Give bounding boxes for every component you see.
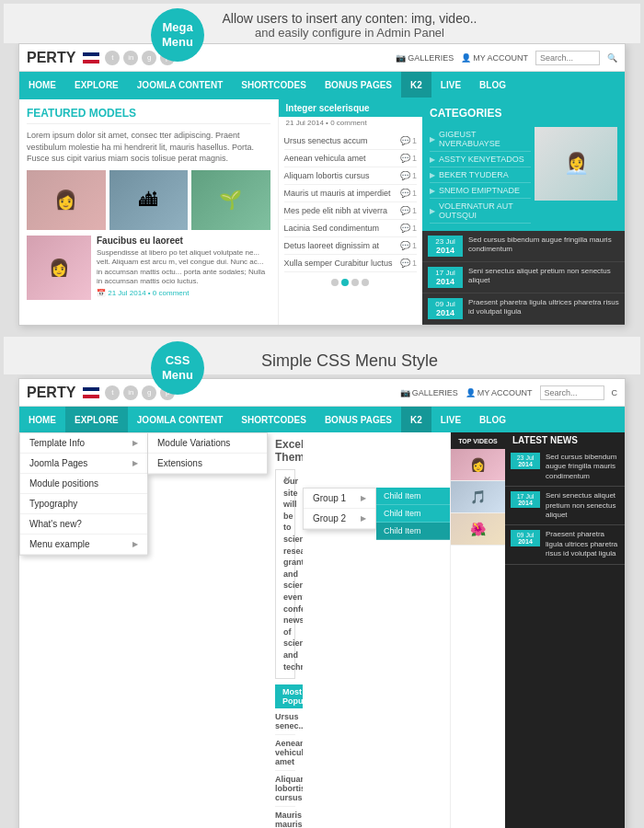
galleries-link[interactable]: 📷 GALLERIES xyxy=(396,53,454,63)
search-input-2[interactable] xyxy=(540,385,604,400)
child-item-3[interactable]: Child Item xyxy=(376,523,450,540)
nav-blog-2[interactable]: BLOG xyxy=(470,407,515,432)
nav-explore-1[interactable]: EXPLORE xyxy=(65,72,128,98)
middle-panel: Integer scelerisque 21 Jul 2014 • 0 comm… xyxy=(278,99,422,325)
nav-home-1[interactable]: HOME xyxy=(19,72,65,98)
submenu-item-variations[interactable]: Module Variations xyxy=(148,433,267,454)
list-item: Mauris ut mauris at imperdiet 💬1 xyxy=(275,807,295,828)
arrow-icon: ▶ xyxy=(361,494,366,502)
dot-2[interactable] xyxy=(341,279,349,286)
dot-3[interactable] xyxy=(351,279,359,286)
promo-text: Allow users to insert any conten: img, v… xyxy=(59,11,640,40)
site-logo-1: PERTY xyxy=(27,50,75,66)
my-account-link[interactable]: 👤 MY ACCOUNT xyxy=(461,53,528,63)
section2-promo: CSS Menu Simple CSS Menu Style xyxy=(4,337,640,374)
nav-shortcodes-1[interactable]: SHORTCODES xyxy=(232,72,316,98)
google-icon[interactable]: g xyxy=(142,51,156,65)
categories-title: CATEGORIES xyxy=(430,107,617,120)
video-thumb-3[interactable]: 🌺 xyxy=(451,513,505,546)
child-menu: Child Item Child Item Child Item xyxy=(376,488,450,540)
section2: CSS Menu Simple CSS Menu Style PERTY t i… xyxy=(4,337,640,828)
child-item-2[interactable]: Child Item xyxy=(376,505,450,523)
category-item[interactable]: ▶ ASSTY KENYETADOS xyxy=(430,152,531,167)
camera-icon: 📷 xyxy=(396,53,406,63)
header-right-2: 📷 GALLERIES 👤 MY ACCOUNT C xyxy=(400,385,617,400)
category-item[interactable]: ▶ SNEMO EMIPTNADE xyxy=(430,183,531,199)
search-icon-2[interactable]: C xyxy=(612,388,618,397)
list-item: Aliquam lobortis cursus 💬1 xyxy=(284,167,417,185)
nav-blog-1[interactable]: BLOG xyxy=(470,72,515,98)
news-item-3: 09 Jul 2014 Praesent pharetra ligula ult… xyxy=(422,293,625,325)
nav-k2-1[interactable]: K2 xyxy=(401,72,431,98)
list-item: Detus laoreet dignissim at 💬1 xyxy=(284,237,417,255)
nav-joomla-1[interactable]: JOOMLA CONTENT xyxy=(128,72,233,98)
galleries-link-2[interactable]: 📷 GALLERIES xyxy=(400,388,458,397)
nav-joomla-2[interactable]: JOOMLA CONTENT xyxy=(128,407,233,432)
nav-explore-2[interactable]: EXPLORE xyxy=(65,407,128,432)
date-badge-3: 09 Jul 2014 xyxy=(428,298,463,319)
nav-live-1[interactable]: LIVE xyxy=(431,72,470,98)
linkedin-icon-2[interactable]: in xyxy=(123,385,138,400)
twitter-icon-2[interactable]: t xyxy=(105,385,120,400)
search-icon-1[interactable]: 🔍 xyxy=(607,53,617,63)
twitter-icon[interactable]: t xyxy=(105,51,120,65)
top-videos-panel: TOP VIDEOS 👩 🎵 🌺 xyxy=(450,432,505,828)
video-thumb-1[interactable]: 👩 xyxy=(451,449,505,481)
google-icon-2[interactable]: g xyxy=(142,385,156,400)
latest-news-item-3: 09 Jul 2014 Praesent pharetra ligula ult… xyxy=(505,525,625,564)
dropdown-item-whatsnew[interactable]: What's new? xyxy=(20,514,147,535)
comment-icon: 💬 xyxy=(400,171,410,180)
news-text-s2-3: Praesent pharetra ligula ultrices pharet… xyxy=(546,530,619,558)
arrow-icon: ▶ xyxy=(132,540,138,548)
news-text-3: Praesent pharetra ligula ultrices pharet… xyxy=(468,298,619,317)
my-account-link-2[interactable]: 👤 MY ACCOUNT xyxy=(466,388,533,397)
child-item-1[interactable]: Child Item xyxy=(376,488,450,505)
dot-1[interactable] xyxy=(331,279,339,286)
news-date-2: 17 Jul 2014 xyxy=(511,491,540,508)
most-popular-tab[interactable]: Most Popular ▾ xyxy=(275,684,303,708)
close-button[interactable]: ✕ xyxy=(283,474,291,487)
feat-meta: 📅 21 Jul 2014 • 0 comment xyxy=(97,289,270,297)
main-dropdown: Template Info ▶ Joomla Pages ▶ Module po… xyxy=(19,432,148,556)
featured-bottom: 👩 Faucibus eu laoreet Suspendisse at lib… xyxy=(27,236,270,300)
dropdown-item-menu[interactable]: Menu example ▶ xyxy=(20,535,147,555)
list-item: Xulla semper Curabitur luctus 💬1 xyxy=(284,255,417,272)
submenu-item-extensions[interactable]: Extensions xyxy=(148,454,267,474)
nav-bonus-2[interactable]: BONUS PAGES xyxy=(316,407,401,432)
slider-dots xyxy=(279,276,422,289)
nav-home-2[interactable]: HOME xyxy=(19,407,65,432)
category-item[interactable]: ▶ VOLERNATUR AUT OUTSQUI xyxy=(430,199,531,224)
video-thumb-2[interactable]: 🎵 xyxy=(451,481,505,513)
category-item[interactable]: ▶ BEKER TYUDERA xyxy=(430,167,531,183)
search-input-1[interactable] xyxy=(535,51,600,65)
group-item-2[interactable]: Group 2 ▶ xyxy=(304,509,375,529)
mega-menu-badge: Mega Menu xyxy=(151,8,204,62)
news-text-2: Seni senectus aliquet pretium non senect… xyxy=(468,267,619,286)
linkedin-icon[interactable]: in xyxy=(123,51,138,65)
model-image-1: 👩 xyxy=(27,170,106,230)
dot-4[interactable] xyxy=(362,279,369,286)
latest-news-item-2: 17 Jul 2014 Seni senectus aliquet pretiu… xyxy=(505,487,625,525)
news-text-1: Sed cursus bibendum augue fringilla maur… xyxy=(468,236,619,255)
arrow-icon: ▶ xyxy=(132,439,138,447)
list-item: Mauris ut mauris at imperdiet 💬1 xyxy=(284,185,417,202)
news-text-s2-2: Seni senectus aliquet pretium non senect… xyxy=(546,491,619,520)
group-item-1[interactable]: Group 1 ▶ xyxy=(304,489,375,509)
nav-live-2[interactable]: LIVE xyxy=(431,407,470,432)
dropdown-item-module[interactable]: Module positions xyxy=(20,474,147,494)
integer-date: 21 Jul 2014 • 0 comment xyxy=(279,117,422,129)
dropdown-item-template[interactable]: Template Info ▶ xyxy=(20,433,147,454)
latest-news-panel: LATEST NEWS 23 Jul 2014 Sed cursus biben… xyxy=(505,432,625,828)
news-item-2: 17 Jul 2014 Seni senectus aliquet pretiu… xyxy=(422,262,625,293)
cat-arrow-icon: ▶ xyxy=(430,135,435,144)
nav-bonus-1[interactable]: BONUS PAGES xyxy=(316,72,401,98)
dropdown-item-joomla[interactable]: Joomla Pages ▶ xyxy=(20,454,147,474)
featured-text: Lorem ipsum dolor sit amet, consec tter … xyxy=(27,130,270,165)
dropdown-item-typography[interactable]: Typography xyxy=(20,494,147,514)
site-description: ✕ Our site will be to science, research,… xyxy=(275,469,295,679)
comment-icon: 💬 xyxy=(400,259,410,268)
news-item-1: 23 Jul 2014 Sed cursus bibendum augue fr… xyxy=(422,231,625,262)
category-item[interactable]: ▶ GIGEUST NVERABUAYSE xyxy=(430,127,531,152)
nav-shortcodes-2[interactable]: SHORTCODES xyxy=(232,407,316,432)
nav-k2-2[interactable]: K2 xyxy=(401,407,431,432)
